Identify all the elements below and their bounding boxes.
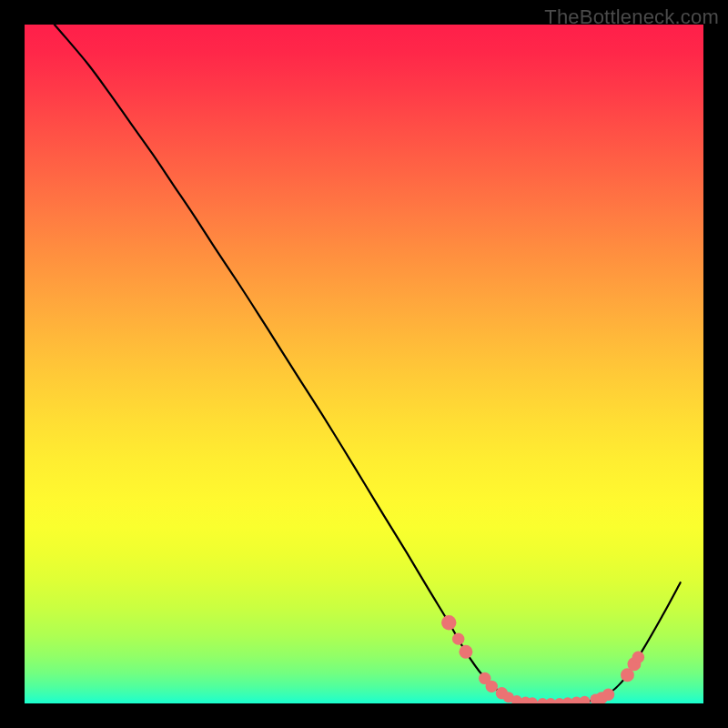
data-marker bbox=[602, 689, 614, 701]
data-marker bbox=[441, 615, 456, 630]
data-marker bbox=[527, 697, 538, 708]
data-marker bbox=[579, 696, 590, 707]
bottleneck-chart bbox=[0, 0, 728, 728]
data-marker bbox=[486, 681, 498, 693]
chart-svg bbox=[0, 0, 728, 728]
data-marker bbox=[459, 645, 472, 659]
data-marker bbox=[452, 632, 464, 644]
data-marker bbox=[632, 652, 644, 663]
watermark-text: TheBottleneck.com bbox=[544, 5, 719, 29]
gradient-background bbox=[25, 25, 703, 703]
